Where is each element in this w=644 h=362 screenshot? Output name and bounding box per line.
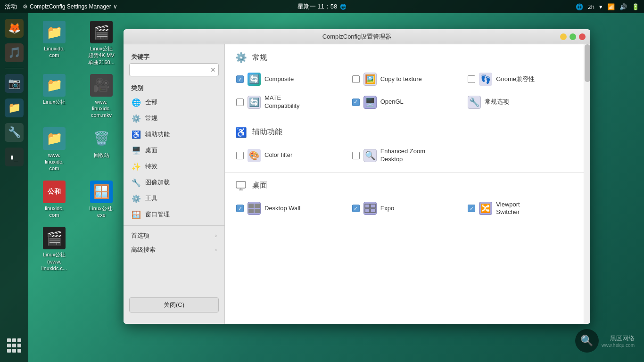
window-minimize-button[interactable] bbox=[560, 33, 567, 40]
section-header-desktop: 桌面 bbox=[234, 179, 574, 192]
plugin-icon-expo bbox=[363, 202, 377, 215]
window-title: CompizConfig设置管理器 bbox=[322, 33, 392, 41]
svg-rect-6 bbox=[255, 209, 260, 213]
plugin-name-composite: Composite bbox=[264, 75, 294, 83]
prefs-item[interactable]: 首选项 › bbox=[124, 229, 224, 243]
desktop-icon-site[interactable]: 🎬 Linux公社(www.linuxidc.c... bbox=[33, 225, 75, 273]
dock-item-apps-grid[interactable] bbox=[3, 336, 25, 358]
main-content-area[interactable]: ⚙️ 常规 🔄 Composite 🖼️ Copy to texture bbox=[225, 44, 584, 324]
category-icon-tools: ⚙️ bbox=[131, 193, 141, 204]
app-icon: ⚙ bbox=[23, 3, 28, 10]
desktop-icon-mkv[interactable]: 🎥 www.linuxidc.com.mkv bbox=[80, 72, 123, 121]
active-app-indicator[interactable]: ⚙ CompizConfig Settings Manager ∨ bbox=[23, 3, 117, 10]
close-window-button[interactable]: 关闭(C) bbox=[129, 297, 219, 313]
category-icon-effects: ✨ bbox=[131, 161, 141, 172]
desktop-icon-www[interactable]: 📁 www.linuxidc.com bbox=[33, 125, 75, 174]
plugin-checkbox-enhanced-zoom[interactable] bbox=[352, 152, 360, 159]
section-general: ⚙️ 常规 🔄 Composite 🖼️ Copy to texture bbox=[225, 44, 584, 119]
volume-icon[interactable]: 🔊 bbox=[619, 3, 627, 10]
plugin-checkbox-viewport-switcher[interactable] bbox=[468, 205, 475, 212]
plugin-icon-viewport-switcher: 🔀 bbox=[479, 202, 492, 215]
category-item-accessibility[interactable]: ♿ 辅助功能 bbox=[124, 126, 224, 142]
plugin-mate-compat[interactable]: 🔄 MATECompatibility bbox=[234, 92, 343, 112]
language-indicator[interactable]: zh bbox=[588, 3, 594, 10]
svg-rect-0 bbox=[236, 181, 246, 188]
plugin-checkbox-composite[interactable] bbox=[236, 75, 244, 83]
plugin-icon-gnome-compat: 👣 bbox=[479, 73, 492, 86]
plugin-desktop-wall[interactable]: Desktop Wall bbox=[234, 199, 343, 219]
window-maximize-button[interactable] bbox=[570, 33, 576, 40]
plugin-checkbox-gnome-compat[interactable] bbox=[468, 75, 475, 83]
plugin-checkbox-copy-to-texture[interactable] bbox=[352, 75, 360, 83]
wifi-icon[interactable]: 📶 bbox=[607, 3, 615, 10]
battery-icon[interactable]: 🔋 bbox=[632, 3, 639, 10]
plugin-checkbox-expo[interactable] bbox=[352, 205, 360, 212]
plugin-name-opengl: OpenGL bbox=[380, 98, 404, 106]
advsearch-item[interactable]: 高级搜索 › bbox=[124, 243, 224, 257]
desktop-icon-linuxdc-img[interactable]: 公和 linuxidc.com bbox=[33, 179, 75, 221]
dock-item-rhythmbox[interactable]: 🎵 bbox=[3, 41, 25, 64]
desktop-icon-linux4k[interactable]: 🎬 Linux公社超赞4K MV单曲2160... bbox=[80, 19, 123, 67]
datetime-display: 星期一 11：58 bbox=[297, 2, 338, 11]
scrollbar[interactable] bbox=[584, 44, 590, 324]
category-icon-accessibility: ♿ bbox=[131, 129, 141, 140]
svg-rect-10 bbox=[371, 209, 375, 213]
category-label-general: 常规 bbox=[145, 114, 157, 123]
scrollbar-thumb[interactable] bbox=[585, 44, 590, 82]
network-icon[interactable]: 🌐 bbox=[576, 3, 583, 10]
category-icon-winmgmt: 🪟 bbox=[131, 209, 141, 220]
plugin-enhanced-zoom[interactable]: 🔍 Enhanced ZoomDesktop bbox=[350, 146, 459, 165]
dock-item-toolbox[interactable]: 🔧 bbox=[3, 121, 25, 144]
section-desktop: 桌面 Desktop Wall bbox=[225, 173, 584, 225]
plugin-checkbox-color-filter[interactable] bbox=[236, 152, 244, 159]
plugin-opengl[interactable]: 🖥️ OpenGL bbox=[350, 92, 459, 112]
desktop-icon-linuxpub[interactable]: 📁 Linux公社 bbox=[33, 72, 75, 121]
category-label-tools: 工具 bbox=[145, 194, 157, 203]
category-label-desktop: 桌面 bbox=[145, 146, 157, 155]
desktop-icon-exe[interactable]: 🪟 Linux公社.exe bbox=[80, 179, 123, 221]
plugin-checkbox-mate-compat[interactable] bbox=[236, 99, 244, 106]
category-item-general[interactable]: ⚙️ 常规 bbox=[124, 110, 224, 126]
category-item-imageload[interactable]: 🔧 图像加载 bbox=[124, 174, 224, 190]
activities-button[interactable]: 活动 bbox=[5, 2, 17, 11]
plugin-composite[interactable]: 🔄 Composite bbox=[234, 71, 343, 88]
keyword-search-input[interactable] bbox=[129, 63, 219, 76]
section-title-general: 常规 bbox=[252, 53, 267, 63]
plugins-grid-desktop: Desktop Wall Expo bbox=[234, 199, 574, 219]
plugin-checkbox-opengl[interactable] bbox=[352, 99, 360, 106]
dock-separator-1 bbox=[5, 68, 24, 68]
section-accessibility: ♿ 辅助功能 🎨 Color filter 🔍 Enhanced ZoomDes… bbox=[225, 119, 584, 173]
section-icon-general: ⚙️ bbox=[234, 51, 248, 64]
category-item-desktop[interactable]: 🖥️ 桌面 bbox=[124, 142, 224, 158]
category-item-tools[interactable]: ⚙️ 工具 bbox=[124, 190, 224, 206]
dock-item-firefox[interactable]: 🦊 bbox=[3, 17, 25, 40]
sidebar: 关键字 ✕ 类别 🌐 全部 ⚙️ 常规 ♿ 辅助功能 🖥️ 桌面 bbox=[124, 44, 225, 324]
advsearch-label: 高级搜索 bbox=[131, 246, 156, 254]
search-clear-button[interactable]: ✕ bbox=[210, 66, 216, 74]
plugin-name-expo: Expo bbox=[380, 205, 395, 213]
category-item-all[interactable]: 🌐 全部 bbox=[124, 94, 224, 110]
plugin-copy-to-texture[interactable]: 🖼️ Copy to texture bbox=[350, 71, 459, 88]
plugin-icon-enhanced-zoom: 🔍 bbox=[363, 149, 377, 162]
dock-item-terminal[interactable]: ▮_ bbox=[3, 146, 25, 168]
section-header-general: ⚙️ 常规 bbox=[234, 51, 574, 64]
dock-item-screenshot[interactable]: 📷 bbox=[3, 72, 25, 95]
desktop-icon-linuxdc[interactable]: 📁 Linuxidc.com bbox=[33, 19, 75, 67]
window-body: 关键字 ✕ 类别 🌐 全部 ⚙️ 常规 ♿ 辅助功能 🖥️ 桌面 bbox=[124, 44, 590, 324]
plugin-general-opts[interactable]: 🔧 常规选项 bbox=[466, 92, 574, 112]
dock-item-files[interactable]: 📁 bbox=[3, 97, 25, 119]
plugin-color-filter[interactable]: 🎨 Color filter bbox=[234, 146, 343, 165]
plugin-icon-color-filter: 🎨 bbox=[248, 149, 261, 162]
category-label-imageload: 图像加载 bbox=[145, 178, 170, 187]
plugin-expo[interactable]: Expo bbox=[350, 199, 459, 219]
category-item-winmgmt[interactable]: 🪟 窗口管理 bbox=[124, 206, 224, 222]
plugin-name-copy-to-texture: Copy to texture bbox=[380, 75, 422, 83]
plugin-viewport-switcher[interactable]: 🔀 ViewportSwitcher bbox=[466, 199, 574, 219]
plugin-gnome-compat[interactable]: 👣 Gnome兼容性 bbox=[466, 71, 574, 88]
window-close-button[interactable] bbox=[579, 33, 586, 40]
plugin-checkbox-desktop-wall[interactable] bbox=[236, 205, 244, 212]
desktop-icon-recycle[interactable]: 🗑️ 回收站 bbox=[80, 125, 123, 174]
category-item-effects[interactable]: ✨ 特效 bbox=[124, 158, 224, 174]
section-title-desktop: 桌面 bbox=[252, 181, 267, 190]
clock-icon: 🌐 bbox=[340, 4, 347, 10]
